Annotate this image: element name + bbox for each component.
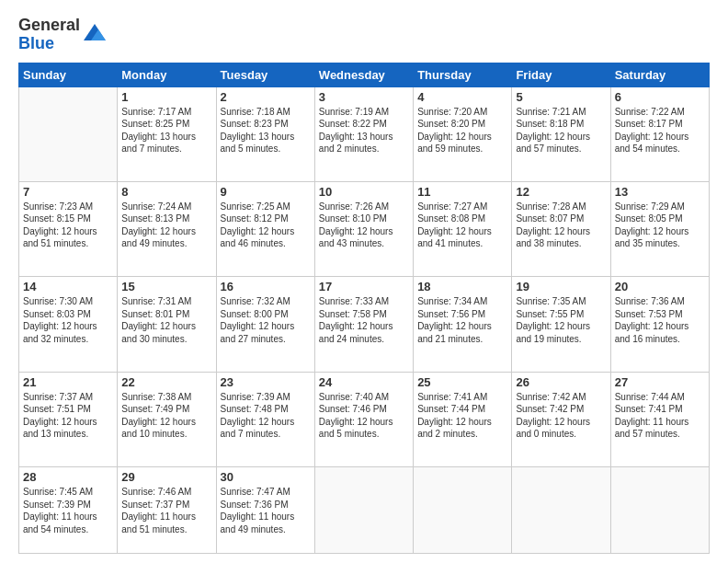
calendar-cell: 25Sunrise: 7:41 AMSunset: 7:44 PMDayligh… xyxy=(414,372,512,466)
weekday-header-friday: Friday xyxy=(512,63,610,86)
day-number: 24 xyxy=(319,375,409,389)
day-info-line: Sunset: 7:51 PM xyxy=(23,403,113,416)
day-info-line: Sunrise: 7:47 AM xyxy=(221,486,311,499)
day-number: 19 xyxy=(516,280,606,293)
day-number: 25 xyxy=(417,375,507,389)
day-info-line: Sunset: 7:44 PM xyxy=(417,403,507,416)
day-number: 10 xyxy=(319,185,409,199)
calendar-cell: 23Sunrise: 7:39 AMSunset: 7:48 PMDayligh… xyxy=(216,372,314,466)
day-number: 8 xyxy=(121,185,211,199)
day-info-line: Sunset: 7:55 PM xyxy=(516,308,606,321)
weekday-header-tuesday: Tuesday xyxy=(216,63,314,86)
calendar-cell xyxy=(512,467,610,554)
calendar-cell: 14Sunrise: 7:30 AMSunset: 8:03 PMDayligh… xyxy=(19,277,118,372)
day-info-line: Daylight: 12 hours xyxy=(221,225,311,238)
day-info-line: and 5 minutes. xyxy=(221,143,311,155)
logo-general: General xyxy=(18,16,80,34)
calendar-cell: 10Sunrise: 7:26 AMSunset: 8:10 PMDayligh… xyxy=(314,181,413,276)
day-info-line: Daylight: 12 hours xyxy=(417,416,507,429)
day-info-line: Sunrise: 7:32 AM xyxy=(221,295,311,308)
day-info-line: Sunset: 8:12 PM xyxy=(221,213,311,225)
day-info-line: Sunrise: 7:29 AM xyxy=(615,201,705,213)
day-info-line: Sunrise: 7:37 AM xyxy=(23,391,113,404)
day-info-line: Sunrise: 7:35 AM xyxy=(516,295,606,308)
day-info-line: Daylight: 12 hours xyxy=(417,131,507,144)
day-info-line: Daylight: 13 hours xyxy=(221,131,311,144)
calendar-week-row: 14Sunrise: 7:30 AMSunset: 8:03 PMDayligh… xyxy=(19,277,710,372)
day-info-line: Sunrise: 7:36 AM xyxy=(615,295,705,308)
day-info-line: and 7 minutes. xyxy=(221,428,311,441)
calendar-cell: 20Sunrise: 7:36 AMSunset: 7:53 PMDayligh… xyxy=(610,277,709,372)
day-info-line: Sunrise: 7:44 AM xyxy=(615,391,705,404)
day-info-line: Daylight: 12 hours xyxy=(121,416,211,429)
calendar-cell: 15Sunrise: 7:31 AMSunset: 8:01 PMDayligh… xyxy=(118,277,216,372)
day-number: 6 xyxy=(615,90,705,104)
day-number: 4 xyxy=(417,90,507,104)
day-info-line: and 16 minutes. xyxy=(615,333,705,346)
day-info-line: Sunrise: 7:40 AM xyxy=(319,391,409,404)
day-info-line: Daylight: 11 hours xyxy=(221,511,311,523)
day-number: 29 xyxy=(121,470,211,484)
day-info-line: Sunrise: 7:41 AM xyxy=(417,391,507,404)
day-number: 1 xyxy=(121,90,211,104)
day-info-line: Sunrise: 7:31 AM xyxy=(121,295,211,308)
day-info-line: and 21 minutes. xyxy=(417,333,507,346)
day-info-line: Sunrise: 7:26 AM xyxy=(319,201,409,213)
day-info-line: Daylight: 12 hours xyxy=(516,416,606,429)
day-info-line: Sunset: 8:17 PM xyxy=(615,118,705,131)
weekday-header-sunday: Sunday xyxy=(19,63,118,86)
day-info-line: Daylight: 12 hours xyxy=(516,225,606,238)
calendar-cell: 5Sunrise: 7:21 AMSunset: 8:18 PMDaylight… xyxy=(512,86,610,181)
day-info-line: Daylight: 11 hours xyxy=(121,511,211,523)
day-info-line: Daylight: 12 hours xyxy=(23,225,113,238)
day-info-line: Daylight: 12 hours xyxy=(23,320,113,333)
day-info-line: and 35 minutes. xyxy=(615,237,705,250)
day-info-line: and 38 minutes. xyxy=(516,237,606,250)
logo-text: General Blue xyxy=(18,17,80,53)
day-info-line: and 24 minutes. xyxy=(319,333,409,346)
day-number: 12 xyxy=(516,185,606,199)
day-info-line: Sunset: 7:39 PM xyxy=(23,499,113,511)
day-info-line: and 51 minutes. xyxy=(121,523,211,536)
day-info-line: Sunrise: 7:21 AM xyxy=(516,106,606,119)
day-info-line: and 59 minutes. xyxy=(417,143,507,155)
day-info-line: and 32 minutes. xyxy=(23,333,113,346)
calendar-cell: 29Sunrise: 7:46 AMSunset: 7:37 PMDayligh… xyxy=(118,467,216,554)
calendar-cell xyxy=(19,86,118,181)
day-info-line: Sunrise: 7:28 AM xyxy=(516,201,606,213)
calendar-cell xyxy=(610,467,709,554)
day-info-line: Sunrise: 7:46 AM xyxy=(121,486,211,499)
day-info-line: Sunrise: 7:38 AM xyxy=(121,391,211,404)
calendar-cell: 30Sunrise: 7:47 AMSunset: 7:36 PMDayligh… xyxy=(216,467,314,554)
day-info-line: and 0 minutes. xyxy=(516,428,606,441)
calendar-cell: 28Sunrise: 7:45 AMSunset: 7:39 PMDayligh… xyxy=(19,467,118,554)
day-number: 27 xyxy=(615,375,705,389)
day-number: 30 xyxy=(221,470,311,484)
calendar-week-row: 1Sunrise: 7:17 AMSunset: 8:25 PMDaylight… xyxy=(19,86,710,181)
day-number: 17 xyxy=(319,280,409,293)
weekday-header-wednesday: Wednesday xyxy=(314,63,413,86)
day-info-line: and 57 minutes. xyxy=(615,428,705,441)
day-info-line: and 51 minutes. xyxy=(23,237,113,250)
day-number: 2 xyxy=(221,90,311,104)
day-info-line: Sunset: 8:15 PM xyxy=(23,213,113,225)
day-info-line: and 54 minutes. xyxy=(615,143,705,155)
day-info-line: and 46 minutes. xyxy=(221,237,311,250)
day-info-line: Daylight: 12 hours xyxy=(221,320,311,333)
day-number: 15 xyxy=(121,280,211,293)
day-info-line: and 2 minutes. xyxy=(417,428,507,441)
calendar-table: SundayMondayTuesdayWednesdayThursdayFrid… xyxy=(18,63,710,554)
day-info-line: Daylight: 12 hours xyxy=(615,225,705,238)
day-number: 9 xyxy=(221,185,311,199)
day-info-line: Daylight: 12 hours xyxy=(221,416,311,429)
calendar-cell: 11Sunrise: 7:27 AMSunset: 8:08 PMDayligh… xyxy=(414,181,512,276)
day-info-line: Sunrise: 7:22 AM xyxy=(615,106,705,119)
day-number: 11 xyxy=(417,185,507,199)
day-info-line: Sunrise: 7:19 AM xyxy=(319,106,409,119)
day-number: 26 xyxy=(516,375,606,389)
calendar-cell: 7Sunrise: 7:23 AMSunset: 8:15 PMDaylight… xyxy=(19,181,118,276)
day-info-line: Daylight: 12 hours xyxy=(121,320,211,333)
day-info-line: and 27 minutes. xyxy=(221,333,311,346)
day-info-line: and 7 minutes. xyxy=(121,143,211,155)
day-info-line: and 41 minutes. xyxy=(417,237,507,250)
